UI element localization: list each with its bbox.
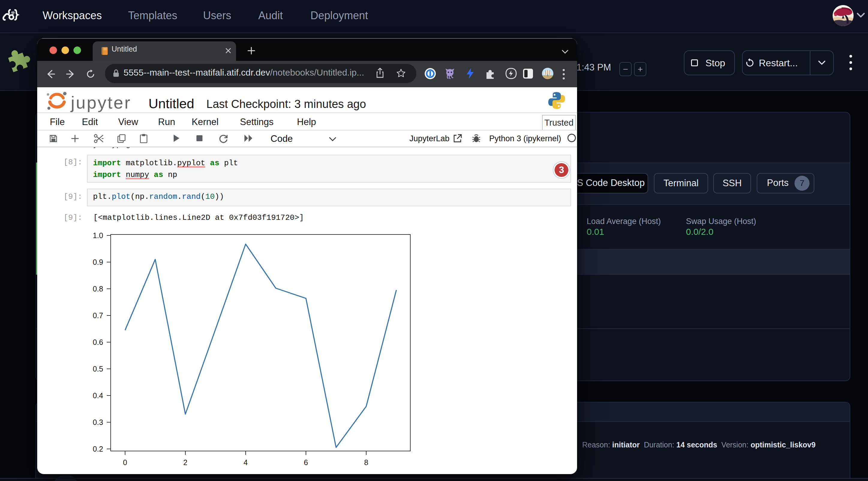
svg-text:0.6: 0.6 (93, 338, 103, 346)
svg-text:8: 8 (364, 458, 368, 467)
svg-text:0.4: 0.4 (93, 391, 103, 400)
svg-text:0.3: 0.3 (93, 418, 103, 426)
svg-text:0.2: 0.2 (93, 445, 103, 453)
svg-text:2: 2 (183, 458, 187, 467)
svg-text:0.5: 0.5 (93, 365, 103, 373)
svg-text:0.8: 0.8 (93, 285, 103, 293)
svg-text:1.0: 1.0 (93, 231, 103, 239)
svg-text:4: 4 (244, 458, 248, 467)
svg-text:6: 6 (304, 458, 308, 467)
svg-text:0.7: 0.7 (93, 311, 103, 320)
svg-text:0.9: 0.9 (93, 258, 103, 266)
svg-text:0: 0 (123, 458, 127, 467)
